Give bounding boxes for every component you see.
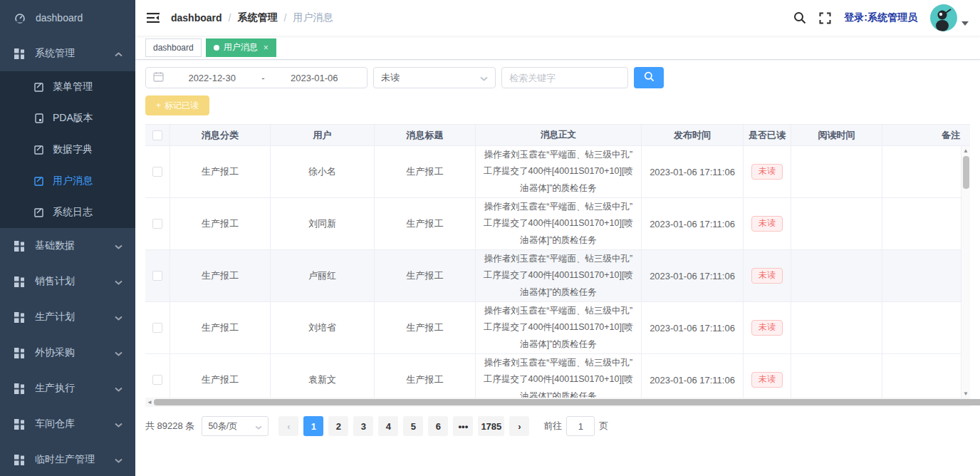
cell-publish-time: 2023-01-06 17:11:06 (642, 250, 744, 301)
sidebar-item-workshop-warehouse[interactable]: 车间仓库 (0, 406, 135, 442)
cell-body: 操作者刘玉霞在“平端面、钻三级中孔”工序提交了400件[40011S0170+1… (476, 354, 642, 398)
sidebar-item-outsourcing-purchase[interactable]: 外协采购 (0, 335, 135, 371)
sidebar-item-temp-production-management[interactable]: 临时生产管理 (0, 442, 135, 476)
tab-dashboard[interactable]: dashboard (145, 38, 202, 57)
breadcrumb-separator: / (283, 12, 286, 24)
sidebar-item-sales-plan[interactable]: 销售计划 (0, 264, 135, 299)
cell-body: 操作者刘玉霞在“平端面、钻三级中孔”工序提交了400件[40011S0170+1… (476, 302, 642, 353)
cell-read-time (791, 250, 882, 301)
page-size-selected-value: 50条/页 (208, 420, 255, 433)
sidebar-item-label: 菜单管理 (53, 81, 93, 93)
tab-label: 用户消息 (224, 41, 258, 53)
horizontal-scrollbar[interactable]: ◄ ► (145, 398, 970, 407)
sidebar-item-user-messages[interactable]: 用户消息 (0, 165, 135, 197)
sidebar-item-pda-version[interactable]: PDA版本 (0, 103, 135, 134)
mark-read-label: 标记已读 (165, 100, 199, 112)
main-area: dashboard / 系统管理 / 用户消息 登录:系统管理员 (135, 0, 980, 476)
login-user-label[interactable]: 登录:系统管理员 (844, 11, 917, 24)
column-header-body: 消息正文 (476, 125, 642, 145)
chevron-down-icon (115, 454, 123, 465)
vertical-scrollbar[interactable]: ▲ ▼ (961, 146, 970, 398)
user-menu[interactable] (930, 4, 969, 31)
page-button-last[interactable]: 1785 (478, 416, 504, 436)
page-buttons: ‹ 1 2 3 4 5 6 ••• 1785 › (278, 416, 529, 436)
keyword-search-input[interactable] (501, 67, 628, 88)
row-checkbox[interactable] (152, 375, 162, 385)
vertical-scrollbar-thumb[interactable] (963, 156, 969, 189)
next-page-button[interactable]: › (509, 416, 529, 436)
page-button-3[interactable]: 3 (353, 416, 373, 436)
row-checkbox[interactable] (152, 219, 162, 229)
chevron-down-icon (115, 418, 123, 430)
sidebar-item-label: 生产执行 (35, 382, 105, 395)
date-range-picker[interactable]: 2022-12-30 - 2023-01-06 (145, 67, 368, 88)
scroll-down-arrow-icon[interactable]: ▼ (961, 389, 970, 398)
sidebar-item-production-plan[interactable]: 生产计划 (0, 299, 135, 335)
calendar-icon (153, 71, 164, 84)
sidebar-item-data-dictionary[interactable]: 数据字典 (0, 134, 135, 165)
prev-page-button[interactable]: ‹ (278, 416, 298, 436)
cell-title: 生产报工 (375, 146, 476, 197)
row-checkbox[interactable] (152, 323, 162, 333)
page-button-4[interactable]: 4 (378, 416, 398, 436)
sidebar-item-basic-data[interactable]: 基础数据 (0, 228, 135, 264)
search-button[interactable] (634, 67, 664, 88)
sidebar-collapse-icon[interactable] (147, 12, 160, 24)
app-root: dashboard 系统管理 菜单管理 PDA版本 (0, 0, 980, 476)
read-status-select[interactable]: 未读 (373, 67, 496, 88)
search-icon[interactable] (793, 11, 806, 24)
cell-publish-time: 2023-01-06 17:11:06 (642, 146, 744, 197)
horizontal-scrollbar-thumb[interactable] (154, 399, 980, 405)
dashboard-icon (14, 12, 26, 24)
page-button-5[interactable]: 5 (403, 416, 423, 436)
select-all-checkbox[interactable] (152, 130, 162, 140)
page-button-1[interactable]: 1 (303, 416, 323, 436)
breadcrumb-system-management[interactable]: 系统管理 (237, 11, 277, 24)
close-icon[interactable]: × (264, 43, 269, 53)
chevron-down-icon (115, 276, 123, 287)
cell-category: 生产报工 (170, 198, 271, 249)
edit-icon (34, 82, 44, 92)
avatar[interactable] (930, 4, 957, 31)
table-row: 生产报工 刘培省 生产报工 操作者刘玉霞在“平端面、钻三级中孔”工序提交了400… (145, 302, 970, 354)
goto-page-input[interactable] (566, 416, 595, 436)
unread-badge: 未读 (751, 372, 783, 388)
edit-icon (34, 176, 44, 186)
scroll-left-arrow-icon[interactable]: ◄ (145, 399, 154, 405)
tab-user-messages[interactable]: 用户消息 × (206, 38, 276, 57)
pagination-total: 共 89228 条 (145, 420, 194, 433)
cell-read-time (791, 198, 882, 249)
search-icon (644, 71, 655, 84)
cell-user: 卢丽红 (271, 250, 375, 301)
row-checkbox[interactable] (152, 167, 162, 177)
filter-bar: 2022-12-30 - 2023-01-06 未读 (145, 67, 970, 88)
sidebar-item-menu-management[interactable]: 菜单管理 (0, 71, 135, 103)
unread-badge: 未读 (751, 216, 783, 232)
breadcrumb-separator: / (229, 12, 231, 24)
sidebar-item-system-management[interactable]: 系统管理 (0, 36, 135, 71)
breadcrumb: dashboard / 系统管理 / 用户消息 (171, 11, 333, 24)
row-checkbox[interactable] (152, 271, 162, 281)
goto-page: 前往 页 (543, 416, 608, 436)
grid-icon (14, 276, 25, 287)
sidebar-item-production-execution[interactable]: 生产执行 (0, 371, 135, 406)
date-start-value[interactable]: 2022-12-30 (167, 73, 257, 83)
page-button-6[interactable]: 6 (428, 416, 448, 436)
page-size-select[interactable]: 50条/页 (202, 416, 269, 436)
sidebar-item-label: 系统管理 (35, 47, 105, 60)
breadcrumb-dashboard[interactable]: dashboard (171, 12, 222, 24)
cell-user: 徐小名 (271, 146, 375, 197)
column-header-remark: 备注 (882, 125, 970, 145)
table-row: 生产报工 徐小名 生产报工 操作者刘玉霞在“平端面、钻三级中孔”工序提交了400… (145, 146, 970, 198)
mark-read-button[interactable]: + 标记已读 (145, 95, 209, 115)
scroll-up-arrow-icon[interactable]: ▲ (961, 146, 970, 155)
page-ellipsis[interactable]: ••• (453, 416, 473, 436)
cell-publish-time: 2023-01-06 17:11:06 (642, 302, 744, 353)
page-button-2[interactable]: 2 (328, 416, 348, 436)
plus-icon: + (156, 100, 161, 110)
fullscreen-icon[interactable] (819, 12, 831, 24)
cell-title: 生产报工 (375, 354, 476, 398)
sidebar-item-system-logs[interactable]: 系统日志 (0, 197, 135, 228)
sidebar-item-dashboard[interactable]: dashboard (0, 0, 135, 36)
date-end-value[interactable]: 2023-01-06 (269, 73, 360, 83)
